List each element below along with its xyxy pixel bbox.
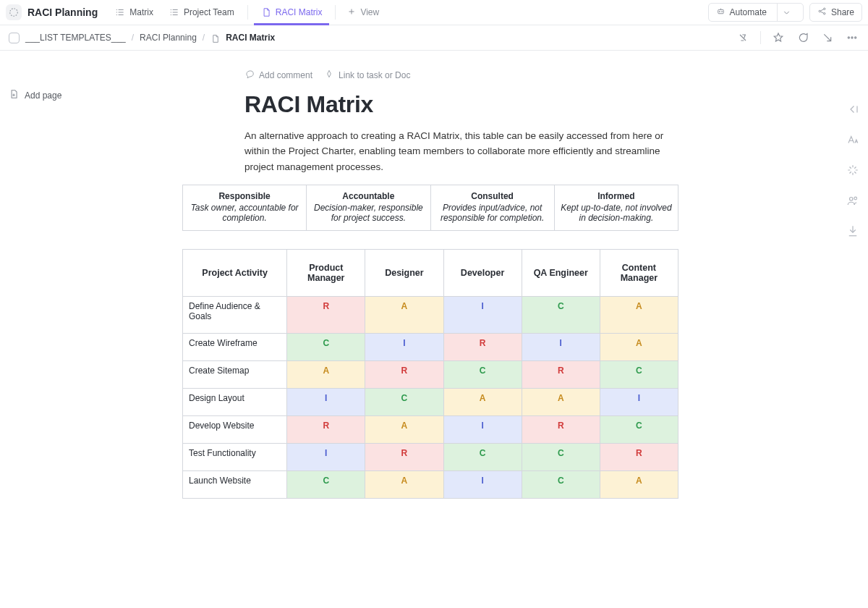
ai-icon[interactable]	[845, 162, 861, 178]
doc-icon	[261, 7, 271, 17]
raci-cell[interactable]: C	[522, 444, 600, 471]
raci-cell[interactable]: A	[443, 389, 522, 416]
raci-cell[interactable]: C	[522, 471, 600, 499]
svg-point-0	[10, 9, 18, 17]
raci-cell[interactable]: I	[443, 416, 522, 444]
raci-cell[interactable]: I	[443, 471, 522, 499]
table-row: Create SitemapARCRC	[183, 361, 678, 389]
raci-cell[interactable]: C	[522, 297, 600, 334]
matrix-header-cell[interactable]: Content Manager	[600, 250, 678, 297]
raci-cell[interactable]: R	[287, 416, 365, 444]
comments-icon[interactable]	[796, 30, 810, 45]
matrix-header-cell[interactable]: Designer	[365, 250, 443, 297]
list-icon	[169, 7, 179, 17]
raci-cell[interactable]: A	[600, 297, 678, 334]
raci-cell[interactable]: R	[443, 334, 522, 361]
raci-cell[interactable]: C	[287, 471, 365, 499]
raci-cell[interactable]: C	[600, 361, 678, 389]
matrix-header-cell[interactable]: Product Manager	[287, 250, 365, 297]
download-icon[interactable]	[820, 30, 835, 45]
raci-cell[interactable]: A	[522, 389, 600, 416]
workspace-title[interactable]: RACI Planning	[27, 7, 98, 18]
tab-raci-matrix[interactable]: RACI Matrix	[254, 0, 330, 25]
raci-cell[interactable]: I	[600, 389, 678, 416]
add-comment-button[interactable]: Add comment	[244, 69, 312, 81]
activity-cell[interactable]: Test Functionality	[183, 444, 287, 471]
breadcrumb-space[interactable]: RACI Planning	[140, 33, 197, 43]
breadcrumb-separator: /	[203, 33, 205, 43]
add-view-button[interactable]: View	[341, 2, 385, 22]
raci-cell[interactable]: R	[365, 444, 443, 471]
add-page-button[interactable]: Add page	[9, 89, 61, 101]
raci-cell[interactable]: C	[443, 361, 522, 389]
activity-cell[interactable]: Design Layout	[183, 389, 287, 416]
raci-cell[interactable]: A	[365, 416, 443, 444]
definition-cell[interactable]: ConsultedProvides input/advice, not resp…	[430, 185, 554, 231]
definition-cell[interactable]: InformedKept up-to-date, not involved in…	[554, 185, 678, 231]
link-task-button[interactable]: Link to task or Doc	[324, 69, 410, 81]
raci-cell[interactable]: R	[522, 361, 600, 389]
raci-definitions-table[interactable]: ResponsibleTask owner, accountable for c…	[182, 185, 678, 231]
raci-cell[interactable]: C	[365, 389, 443, 416]
raci-cell[interactable]: A	[287, 361, 365, 389]
automate-label: Automate	[730, 7, 767, 17]
divider	[760, 31, 761, 44]
definition-cell[interactable]: AccountableDecision-maker, responsible f…	[307, 185, 430, 231]
tab-project-team[interactable]: Project Team	[162, 0, 242, 25]
raci-cell[interactable]: I	[522, 334, 600, 361]
breadcrumb-root[interactable]: ___LIST TEMPLATES___	[25, 33, 126, 43]
raci-cell[interactable]: R	[365, 361, 443, 389]
raci-cell[interactable]: A	[600, 471, 678, 499]
people-icon[interactable]	[845, 193, 861, 208]
automate-button[interactable]: Automate	[708, 3, 804, 22]
matrix-header-cell[interactable]: Developer	[443, 250, 522, 297]
more-icon[interactable]	[845, 30, 859, 45]
typography-icon[interactable]	[845, 132, 861, 148]
definition-desc: Task owner, accountable for completion.	[191, 203, 299, 223]
raci-cell[interactable]: R	[522, 416, 600, 444]
definition-cell[interactable]: ResponsibleTask owner, accountable for c…	[183, 185, 307, 231]
share-button[interactable]: Share	[809, 3, 862, 22]
raci-cell[interactable]: R	[287, 297, 365, 334]
raci-cell[interactable]: I	[287, 389, 365, 416]
raci-cell[interactable]: C	[600, 416, 678, 444]
matrix-header-cell[interactable]: QA Engineer	[522, 250, 600, 297]
activity-cell[interactable]: Launch Website	[183, 471, 287, 499]
raci-cell[interactable]: C	[443, 444, 522, 471]
list-icon	[115, 7, 125, 17]
matrix-header-cell[interactable]: Project Activity	[183, 250, 287, 297]
link-task-label: Link to task or Doc	[339, 70, 410, 80]
raci-cell[interactable]: A	[365, 471, 443, 499]
raci-cell[interactable]: A	[365, 297, 443, 334]
breadcrumb-page[interactable]: RACI Matrix	[226, 33, 275, 43]
collapse-icon[interactable]	[845, 101, 861, 117]
svg-point-3	[721, 12, 722, 12]
comment-icon	[244, 69, 255, 81]
raci-cell[interactable]: A	[600, 334, 678, 361]
activity-cell[interactable]: Develop Website	[183, 416, 287, 444]
page-description[interactable]: An alternative approach to creating a RA…	[244, 128, 678, 174]
activity-cell[interactable]: Define Audience & Goals	[183, 297, 287, 334]
raci-cell[interactable]: I	[365, 334, 443, 361]
workspace-icon[interactable]	[6, 4, 22, 20]
raci-matrix-table[interactable]: Project ActivityProduct ManagerDesignerD…	[182, 249, 678, 499]
list-color-chip[interactable]	[9, 33, 20, 43]
raci-cell[interactable]: C	[287, 334, 365, 361]
divider	[247, 5, 248, 20]
export-icon[interactable]	[845, 223, 861, 239]
page-title[interactable]: RACI Matrix	[244, 91, 678, 118]
tab-matrix[interactable]: Matrix	[108, 0, 161, 25]
raci-cell[interactable]: I	[443, 297, 522, 334]
chevron-down-icon[interactable]	[777, 4, 796, 21]
star-icon[interactable]	[771, 30, 786, 45]
svg-point-7	[848, 37, 849, 38]
definition-title: Informed	[561, 191, 672, 201]
share-icon	[817, 7, 827, 18]
view-tabs: Matrix Project Team RACI Matrix View	[108, 0, 385, 25]
activity-cell[interactable]: Create Sitemap	[183, 361, 287, 389]
raci-cell[interactable]: R	[600, 444, 678, 471]
clear-formatting-icon[interactable]	[736, 30, 750, 45]
definition-desc: Provides input/advice, not responsible f…	[441, 203, 544, 223]
raci-cell[interactable]: I	[287, 444, 365, 471]
activity-cell[interactable]: Create Wireframe	[183, 334, 287, 361]
